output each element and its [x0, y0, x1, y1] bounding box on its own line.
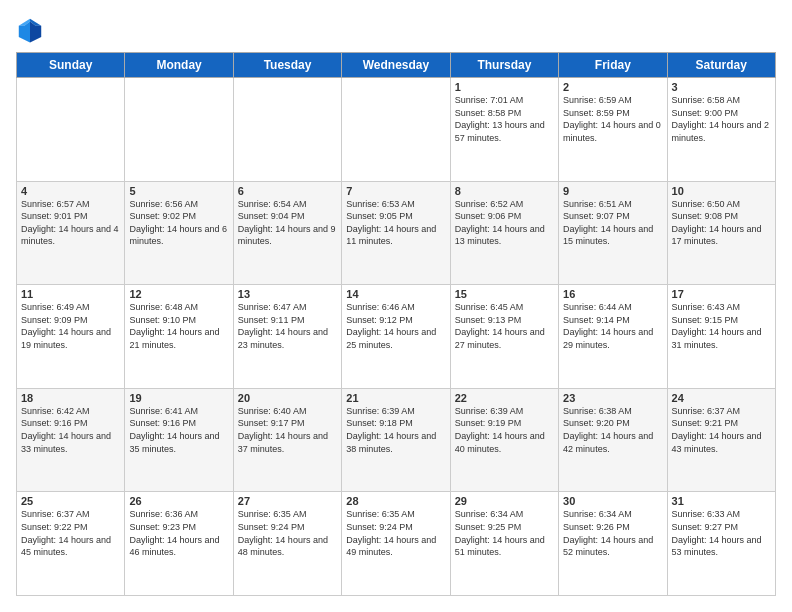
day-info: Sunrise: 6:46 AMSunset: 9:12 PMDaylight:…: [346, 301, 445, 351]
day-number: 27: [238, 495, 337, 507]
week-row-4: 18Sunrise: 6:42 AMSunset: 9:16 PMDayligh…: [17, 388, 776, 492]
day-header-saturday: Saturday: [667, 53, 775, 78]
calendar-cell: 1Sunrise: 7:01 AMSunset: 8:58 PMDaylight…: [450, 78, 558, 182]
calendar-cell: 26Sunrise: 6:36 AMSunset: 9:23 PMDayligh…: [125, 492, 233, 596]
calendar-cell: 4Sunrise: 6:57 AMSunset: 9:01 PMDaylight…: [17, 181, 125, 285]
day-info: Sunrise: 6:34 AMSunset: 9:26 PMDaylight:…: [563, 508, 662, 558]
day-number: 9: [563, 185, 662, 197]
day-info: Sunrise: 6:56 AMSunset: 9:02 PMDaylight:…: [129, 198, 228, 248]
calendar-cell: 15Sunrise: 6:45 AMSunset: 9:13 PMDayligh…: [450, 285, 558, 389]
calendar-cell: 11Sunrise: 6:49 AMSunset: 9:09 PMDayligh…: [17, 285, 125, 389]
calendar-cell: 29Sunrise: 6:34 AMSunset: 9:25 PMDayligh…: [450, 492, 558, 596]
day-number: 29: [455, 495, 554, 507]
day-number: 1: [455, 81, 554, 93]
day-info: Sunrise: 6:52 AMSunset: 9:06 PMDaylight:…: [455, 198, 554, 248]
calendar-cell: 18Sunrise: 6:42 AMSunset: 9:16 PMDayligh…: [17, 388, 125, 492]
day-info: Sunrise: 6:41 AMSunset: 9:16 PMDaylight:…: [129, 405, 228, 455]
calendar-cell: 6Sunrise: 6:54 AMSunset: 9:04 PMDaylight…: [233, 181, 341, 285]
day-header-tuesday: Tuesday: [233, 53, 341, 78]
day-number: 19: [129, 392, 228, 404]
day-number: 17: [672, 288, 771, 300]
day-info: Sunrise: 6:54 AMSunset: 9:04 PMDaylight:…: [238, 198, 337, 248]
logo: [16, 16, 48, 44]
calendar-cell: [17, 78, 125, 182]
calendar-cell: 27Sunrise: 6:35 AMSunset: 9:24 PMDayligh…: [233, 492, 341, 596]
day-number: 12: [129, 288, 228, 300]
day-number: 14: [346, 288, 445, 300]
day-number: 26: [129, 495, 228, 507]
week-row-2: 4Sunrise: 6:57 AMSunset: 9:01 PMDaylight…: [17, 181, 776, 285]
day-info: Sunrise: 6:50 AMSunset: 9:08 PMDaylight:…: [672, 198, 771, 248]
day-number: 21: [346, 392, 445, 404]
day-info: Sunrise: 6:59 AMSunset: 8:59 PMDaylight:…: [563, 94, 662, 144]
day-number: 7: [346, 185, 445, 197]
day-number: 28: [346, 495, 445, 507]
header: [16, 16, 776, 44]
day-number: 3: [672, 81, 771, 93]
day-header-thursday: Thursday: [450, 53, 558, 78]
day-number: 15: [455, 288, 554, 300]
day-info: Sunrise: 6:51 AMSunset: 9:07 PMDaylight:…: [563, 198, 662, 248]
week-row-5: 25Sunrise: 6:37 AMSunset: 9:22 PMDayligh…: [17, 492, 776, 596]
day-info: Sunrise: 6:48 AMSunset: 9:10 PMDaylight:…: [129, 301, 228, 351]
calendar-cell: [233, 78, 341, 182]
calendar-cell: 9Sunrise: 6:51 AMSunset: 9:07 PMDaylight…: [559, 181, 667, 285]
calendar-cell: 25Sunrise: 6:37 AMSunset: 9:22 PMDayligh…: [17, 492, 125, 596]
day-number: 4: [21, 185, 120, 197]
calendar-cell: 5Sunrise: 6:56 AMSunset: 9:02 PMDaylight…: [125, 181, 233, 285]
day-info: Sunrise: 6:57 AMSunset: 9:01 PMDaylight:…: [21, 198, 120, 248]
day-info: Sunrise: 6:36 AMSunset: 9:23 PMDaylight:…: [129, 508, 228, 558]
calendar-cell: 17Sunrise: 6:43 AMSunset: 9:15 PMDayligh…: [667, 285, 775, 389]
day-number: 11: [21, 288, 120, 300]
day-number: 31: [672, 495, 771, 507]
day-number: 30: [563, 495, 662, 507]
week-row-1: 1Sunrise: 7:01 AMSunset: 8:58 PMDaylight…: [17, 78, 776, 182]
day-number: 8: [455, 185, 554, 197]
calendar-cell: 28Sunrise: 6:35 AMSunset: 9:24 PMDayligh…: [342, 492, 450, 596]
day-info: Sunrise: 6:39 AMSunset: 9:18 PMDaylight:…: [346, 405, 445, 455]
day-number: 5: [129, 185, 228, 197]
page: SundayMondayTuesdayWednesdayThursdayFrid…: [0, 0, 792, 612]
calendar-cell: 22Sunrise: 6:39 AMSunset: 9:19 PMDayligh…: [450, 388, 558, 492]
calendar-cell: [125, 78, 233, 182]
day-info: Sunrise: 6:39 AMSunset: 9:19 PMDaylight:…: [455, 405, 554, 455]
day-info: Sunrise: 6:37 AMSunset: 9:21 PMDaylight:…: [672, 405, 771, 455]
logo-icon: [16, 16, 44, 44]
calendar-cell: 16Sunrise: 6:44 AMSunset: 9:14 PMDayligh…: [559, 285, 667, 389]
day-info: Sunrise: 6:38 AMSunset: 9:20 PMDaylight:…: [563, 405, 662, 455]
day-info: Sunrise: 6:33 AMSunset: 9:27 PMDaylight:…: [672, 508, 771, 558]
day-number: 10: [672, 185, 771, 197]
day-number: 18: [21, 392, 120, 404]
day-info: Sunrise: 6:47 AMSunset: 9:11 PMDaylight:…: [238, 301, 337, 351]
day-number: 6: [238, 185, 337, 197]
day-number: 24: [672, 392, 771, 404]
day-header-wednesday: Wednesday: [342, 53, 450, 78]
calendar-cell: 8Sunrise: 6:52 AMSunset: 9:06 PMDaylight…: [450, 181, 558, 285]
calendar-cell: 21Sunrise: 6:39 AMSunset: 9:18 PMDayligh…: [342, 388, 450, 492]
day-number: 25: [21, 495, 120, 507]
day-info: Sunrise: 6:35 AMSunset: 9:24 PMDaylight:…: [346, 508, 445, 558]
calendar-cell: 7Sunrise: 6:53 AMSunset: 9:05 PMDaylight…: [342, 181, 450, 285]
day-header-sunday: Sunday: [17, 53, 125, 78]
calendar-cell: 19Sunrise: 6:41 AMSunset: 9:16 PMDayligh…: [125, 388, 233, 492]
calendar-cell: 2Sunrise: 6:59 AMSunset: 8:59 PMDaylight…: [559, 78, 667, 182]
day-number: 2: [563, 81, 662, 93]
day-info: Sunrise: 6:43 AMSunset: 9:15 PMDaylight:…: [672, 301, 771, 351]
day-info: Sunrise: 6:49 AMSunset: 9:09 PMDaylight:…: [21, 301, 120, 351]
day-number: 13: [238, 288, 337, 300]
calendar-cell: 24Sunrise: 6:37 AMSunset: 9:21 PMDayligh…: [667, 388, 775, 492]
calendar-cell: 3Sunrise: 6:58 AMSunset: 9:00 PMDaylight…: [667, 78, 775, 182]
day-info: Sunrise: 6:42 AMSunset: 9:16 PMDaylight:…: [21, 405, 120, 455]
header-row: SundayMondayTuesdayWednesdayThursdayFrid…: [17, 53, 776, 78]
calendar-cell: 30Sunrise: 6:34 AMSunset: 9:26 PMDayligh…: [559, 492, 667, 596]
calendar-cell: 31Sunrise: 6:33 AMSunset: 9:27 PMDayligh…: [667, 492, 775, 596]
day-number: 23: [563, 392, 662, 404]
day-info: Sunrise: 6:34 AMSunset: 9:25 PMDaylight:…: [455, 508, 554, 558]
calendar-table: SundayMondayTuesdayWednesdayThursdayFrid…: [16, 52, 776, 596]
calendar-cell: [342, 78, 450, 182]
day-info: Sunrise: 6:45 AMSunset: 9:13 PMDaylight:…: [455, 301, 554, 351]
day-info: Sunrise: 6:58 AMSunset: 9:00 PMDaylight:…: [672, 94, 771, 144]
day-number: 20: [238, 392, 337, 404]
day-info: Sunrise: 6:35 AMSunset: 9:24 PMDaylight:…: [238, 508, 337, 558]
day-number: 16: [563, 288, 662, 300]
